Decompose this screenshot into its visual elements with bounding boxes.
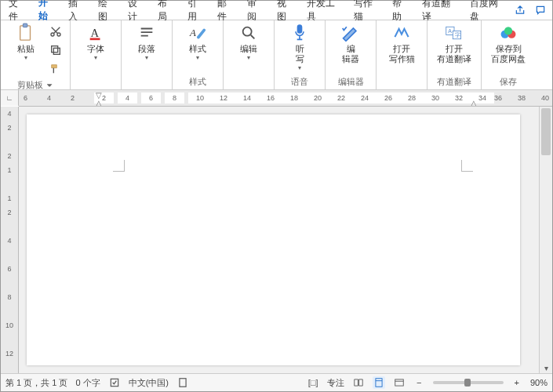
zoom-knob[interactable]: [464, 379, 471, 387]
vertical-ruler[interactable]: 42211246810124: [1, 107, 19, 373]
horizontal-ruler[interactable]: 642246810121416182022242628303234363840▽…: [19, 90, 552, 107]
svg-rect-19: [180, 379, 186, 387]
svg-point-9: [243, 27, 252, 36]
chevron-down-icon: ▾: [196, 54, 199, 61]
group-baidu-label: 保存: [500, 75, 517, 89]
chevron-down-icon: ▾: [24, 54, 27, 61]
baidu-button[interactable]: 保存到 百度网盘: [486, 22, 530, 66]
group-paragraph: 段落 ▾: [122, 20, 173, 89]
status-focus[interactable]: 专注: [327, 377, 344, 389]
svg-text:A: A: [189, 27, 196, 38]
share-button[interactable]: [511, 2, 531, 18]
group-xiezuomao: 打开 写作猫: [377, 20, 427, 89]
edit-button[interactable]: 编辑 ▾: [228, 22, 269, 63]
format-painter-button[interactable]: [48, 61, 64, 77]
app-window: 文件 开始 插入 绘图 设计 布局 引用 邮件 审阅 视图 开发工具 写作猫 帮…: [0, 0, 553, 392]
vertical-scrollbar[interactable]: ▴ ▾: [539, 107, 552, 373]
xiezuomao-button[interactable]: 打开 写作猫: [381, 22, 422, 66]
font-label: 字体: [87, 44, 104, 54]
youdao-button[interactable]: A字 打开 有道翻译: [432, 22, 476, 66]
search-icon: [239, 24, 258, 42]
status-bar: 第 1 页，共 1 页 0 个字 中文(中国) [□] 专注 − + 90%: [1, 373, 552, 391]
dictate-button[interactable]: 听 写 ▾: [279, 22, 320, 73]
xiezuomao-label: 打开 写作猫: [389, 44, 415, 64]
document-area[interactable]: [19, 107, 539, 373]
status-words[interactable]: 0 个字: [75, 377, 100, 389]
editor-label: 编 辑器: [342, 44, 359, 64]
group-editor-label: 编辑器: [338, 75, 364, 89]
group-font: A 字体 ▾: [71, 20, 122, 89]
font-button[interactable]: A 字体 ▾: [75, 22, 116, 63]
editor-button[interactable]: 编 辑器: [330, 22, 371, 66]
focus-mode-icon[interactable]: [□]: [307, 376, 319, 389]
svg-rect-1: [23, 24, 27, 27]
editor-icon: [341, 24, 360, 42]
paragraph-icon: [137, 24, 156, 42]
read-mode-icon[interactable]: [352, 376, 365, 389]
group-editor: 编 辑器 编辑器: [326, 20, 377, 89]
zoom-level[interactable]: 90%: [530, 378, 548, 387]
scroll-thumb[interactable]: [541, 108, 551, 155]
comments-button[interactable]: [530, 2, 551, 18]
svg-rect-10: [298, 25, 302, 33]
menu-bar: 文件 开始 插入 绘图 设计 布局 引用 邮件 审阅 视图 开发工具 写作猫 帮…: [1, 1, 552, 20]
styles-label: 样式: [189, 44, 206, 54]
svg-rect-5: [52, 46, 58, 53]
svg-rect-20: [376, 379, 382, 387]
print-layout-icon[interactable]: [373, 376, 385, 389]
translate-icon: A字: [445, 24, 464, 42]
cut-button[interactable]: [48, 24, 64, 39]
svg-text:A: A: [91, 27, 100, 39]
group-edit: 编辑 ▾: [224, 20, 275, 89]
svg-text:A: A: [448, 28, 452, 34]
status-page[interactable]: 第 1 页，共 1 页: [5, 377, 67, 389]
font-icon: A: [86, 24, 105, 42]
proofing-icon[interactable]: [108, 376, 121, 389]
svg-rect-4: [53, 48, 60, 54]
paragraph-label: 段落: [138, 44, 155, 54]
accessibility-icon[interactable]: [176, 376, 189, 389]
svg-text:字: 字: [455, 32, 460, 38]
youdao-label: 打开 有道翻译: [437, 44, 471, 64]
ruler-corner[interactable]: ∟: [1, 90, 19, 106]
svg-rect-7: [90, 38, 100, 40]
dictate-label: 听 写: [296, 44, 304, 64]
zoom-out-button[interactable]: −: [413, 378, 424, 387]
group-voice: 听 写 ▾ 语音: [275, 20, 326, 89]
web-layout-icon[interactable]: [393, 376, 406, 389]
paste-label: 粘贴: [17, 44, 35, 54]
group-youdao: A字 打开 有道翻译 有道翻译: [427, 20, 482, 89]
chevron-down-icon: ▾: [145, 54, 148, 61]
group-styles: A 样式 ▾ 样式: [173, 20, 224, 89]
chevron-down-icon: ▾: [247, 54, 250, 61]
group-clipboard: 粘贴 ▾ 剪贴板 ⏷: [1, 20, 71, 89]
group-youdao-label: 有道翻译: [437, 75, 471, 89]
clipboard-icon: [16, 24, 35, 42]
chevron-down-icon: ▾: [94, 54, 97, 61]
group-baidu: 保存到 百度网盘 保存: [482, 20, 535, 89]
baidu-label: 保存到 百度网盘: [491, 44, 526, 64]
paste-button[interactable]: 粘贴 ▾: [5, 22, 46, 63]
copy-button[interactable]: [48, 42, 64, 58]
styles-button[interactable]: A 样式 ▾: [177, 22, 218, 63]
baidu-cloud-icon: [499, 24, 518, 42]
workspace: 42211246810124 ▴ ▾: [1, 107, 552, 373]
margin-mark-tr: [461, 160, 473, 172]
page[interactable]: [27, 114, 520, 365]
scroll-down-arrow[interactable]: ▾: [540, 362, 552, 373]
svg-point-17: [504, 27, 512, 34]
edit-label: 编辑: [240, 44, 257, 54]
margin-mark-tl: [113, 160, 125, 172]
paragraph-button[interactable]: 段落 ▾: [126, 22, 167, 63]
svg-rect-21: [395, 379, 404, 386]
microphone-icon: [290, 24, 309, 42]
status-language[interactable]: 中文(中国): [129, 377, 169, 389]
zoom-in-button[interactable]: +: [511, 378, 522, 387]
chevron-down-icon: ▾: [298, 64, 301, 71]
zoom-slider[interactable]: [433, 381, 504, 384]
svg-rect-0: [20, 26, 31, 40]
group-styles-label: 样式: [189, 75, 206, 89]
xiezuomao-icon: [392, 24, 411, 42]
ribbon: 粘贴 ▾ 剪贴板 ⏷ A 字体 ▾: [1, 20, 552, 90]
group-voice-label: 语音: [291, 75, 308, 89]
